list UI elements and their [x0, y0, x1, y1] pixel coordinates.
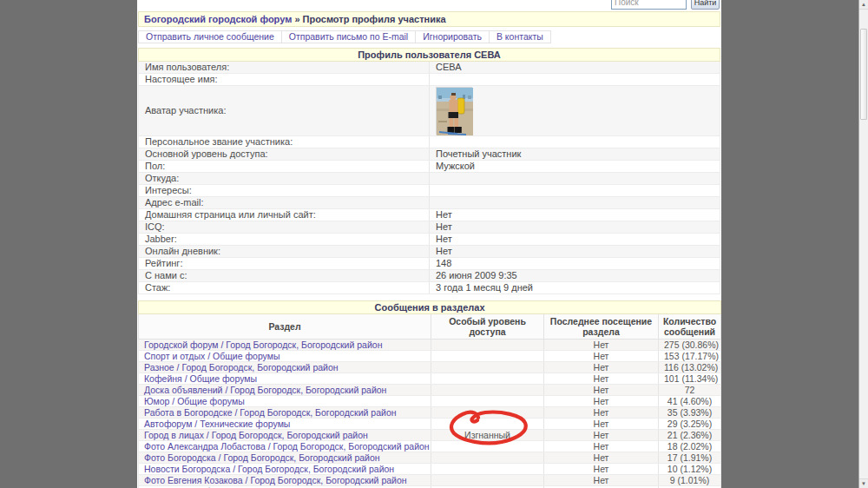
forum-home-link[interactable]: Богородский городской форум [144, 14, 292, 24]
field-label: ICQ: [139, 221, 430, 234]
field-label: Основной уровень доступа: [139, 148, 430, 161]
field-label: Персональное звание участника: [139, 136, 430, 148]
field-value [430, 86, 720, 136]
table-row: Новости Богородска / Город Богородск, Бо… [139, 464, 721, 475]
section-link[interactable]: Фото Богородска / Город Богородск, Богор… [144, 452, 380, 463]
last-visit-value: Нет [544, 340, 659, 351]
message-count: 41 (4.60%) [659, 396, 721, 407]
message-count: 10 (1.12%) [659, 464, 721, 475]
scroll-down-button[interactable]: ▼ [859, 478, 868, 488]
profile-row: Интересы: [139, 185, 720, 197]
top-search-bar: Найти [137, 0, 721, 11]
table-row: Работа в Богородске / Город Богородск, Б… [139, 407, 721, 419]
profile-row: Домашняя страница или личный сайт: Нет [139, 209, 720, 221]
field-label: Откуда: [139, 173, 430, 185]
access-value [431, 452, 544, 464]
section-link[interactable]: Доска объявлений / Город Богородск, Бого… [144, 385, 386, 395]
access-value [431, 340, 544, 351]
table-row: Спорт и отдых / Общие форумы Нет 153 (17… [139, 351, 721, 362]
message-count: 35 (3.93%) [659, 407, 721, 419]
breadcrumb: Богородский городской форум » Просмотр п… [138, 11, 720, 27]
field-value: 3 года 1 месяц 9 дней [430, 282, 720, 294]
section-link[interactable]: Фото Евгения Козакова / Город Богородск,… [144, 475, 407, 485]
table-row: Кофейня / Общие форумы Нет 101 (11.34%) [139, 373, 721, 385]
section-link[interactable]: Фото Александра Лобастова / Город Богоро… [144, 441, 430, 452]
last-visit-value: Нет [544, 396, 659, 407]
message-count: 29 (3.25%) [659, 419, 721, 430]
profile-section-header: Профиль пользователя СЕВА [139, 49, 720, 62]
field-value [430, 136, 720, 148]
col-section: Раздел [139, 314, 431, 340]
profile-row: Адрес e-mail: [139, 197, 720, 209]
table-row: Фото Александра Лобастова / Город Богоро… [139, 441, 721, 452]
section-link[interactable]: Разное / Город Богородск, Богородский ра… [144, 362, 339, 373]
access-value [431, 351, 544, 362]
access-value [431, 396, 544, 407]
field-value: Мужской [430, 161, 720, 173]
section-link[interactable]: Кофейня / Общие форумы [144, 373, 257, 384]
message-count: 18 (2.02%) [659, 441, 721, 452]
action-bar: Отправить личное сообщение Отправить пис… [138, 30, 551, 43]
last-visit-value: Нет [544, 385, 659, 396]
col-last-visit: Последнее посещение раздела [544, 314, 659, 340]
nav-send-pm[interactable]: Отправить личное сообщение [139, 31, 282, 43]
field-value [430, 173, 720, 185]
section-link[interactable]: Новости Богородска / Город Богородск, Бо… [144, 464, 394, 474]
rating-value: 148 [430, 258, 720, 270]
field-value: СЕВА [430, 62, 720, 74]
col-access: Особый уровень доступа [431, 314, 544, 340]
avatar-image [436, 87, 472, 135]
profile-row: Настоящее имя: [139, 74, 720, 86]
access-value [431, 373, 544, 385]
message-count: 17 (1.91%) [659, 452, 721, 464]
field-label: Аватар участника: [139, 86, 430, 136]
last-visit-value: Нет [544, 419, 659, 430]
message-count: 21 (2.36%) [659, 430, 721, 441]
field-value: Нет [430, 209, 720, 221]
search-input[interactable] [611, 0, 687, 10]
field-label: Интересы: [139, 185, 430, 197]
access-value [431, 441, 544, 452]
nav-ignore[interactable]: Игнорировать [416, 31, 490, 43]
section-link[interactable]: Городской форум / Город Богородск, Богор… [144, 340, 382, 350]
table-row: Фото Богородска / Город Богородск, Богор… [139, 452, 721, 464]
scroll-thumb[interactable] [860, 29, 867, 120]
message-count: 72 [659, 385, 721, 396]
field-label: Jabber: [139, 234, 430, 246]
field-label: С нами с: [139, 270, 430, 282]
profile-row: Онлайн дневник: Нет [139, 246, 720, 258]
profile-row: Имя пользователя: СЕВА [139, 62, 720, 74]
table-row: Автофорум / Технические форумы Нет 29 (3… [139, 419, 721, 430]
field-value: Нет [430, 234, 720, 246]
field-value [430, 74, 720, 86]
last-visit-value: Нет [544, 351, 659, 362]
table-row: Фото Евгения Козакова / Город Богородск,… [139, 475, 721, 486]
scrollbar[interactable]: ▲ ▼ [858, 0, 868, 488]
section-link[interactable]: Автофорум / Технические форумы [144, 419, 290, 429]
page-title: Просмотр профиля участника [303, 14, 446, 24]
field-label: Стаж: [139, 282, 430, 294]
field-value: Почетный участник [430, 148, 720, 161]
profile-row: Основной уровень доступа: Почетный участ… [139, 148, 720, 161]
field-label: Настоящее имя: [139, 74, 430, 86]
scroll-up-button[interactable]: ▲ [859, 0, 868, 10]
field-label: Адрес e-mail: [139, 197, 430, 209]
access-value [431, 362, 544, 373]
profile-row: Откуда: [139, 173, 720, 185]
last-visit-value: Нет [544, 407, 659, 419]
last-visit-value: Нет [544, 464, 659, 475]
profile-row: С нами с: 26 июня 2009 9:35 [139, 270, 720, 282]
section-link[interactable]: Работа в Богородске / Город Богородск, Б… [144, 407, 397, 418]
section-link[interactable]: Город в лицах / Город Богородск, Богород… [144, 430, 368, 440]
access-value [431, 419, 544, 430]
section-link[interactable]: Юмор / Общие форумы [144, 396, 245, 406]
message-count: 275 (30.86%) [659, 340, 721, 351]
sections-table: Сообщения в разделах Раздел Особый урове… [138, 300, 721, 488]
page-background: { "topbar": { "search_placeholder": "Пои… [0, 0, 868, 488]
nav-add-contact[interactable]: В контакты [490, 31, 550, 43]
nav-send-email[interactable]: Отправить письмо по E-mail [282, 31, 416, 43]
breadcrumb-separator: » [294, 14, 299, 24]
section-link[interactable]: Спорт и отдых / Общие форумы [144, 351, 280, 361]
message-count: 153 (17.17%) [659, 351, 721, 362]
search-button[interactable]: Найти [691, 0, 720, 10]
